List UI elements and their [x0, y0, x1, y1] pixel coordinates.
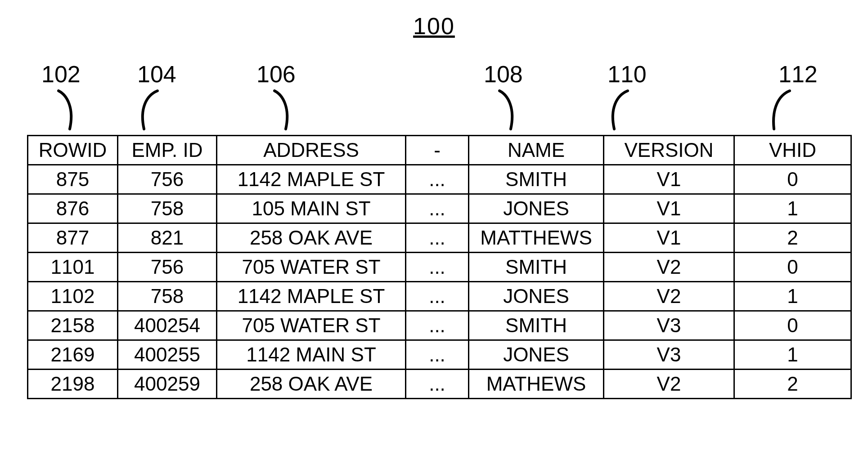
table-row: 875 756 1142 MAPLE ST ... SMITH V1 0 — [28, 165, 851, 194]
data-table-wrap: ROWID EMP. ID ADDRESS - NAME VERSION VHI… — [27, 135, 841, 399]
leader-110-icon — [589, 84, 639, 134]
table-row: 2198 400259 258 OAK AVE ... MATHEWS V2 2 — [28, 370, 851, 399]
cell-version: V1 — [604, 194, 734, 223]
cell-rowid: 2158 — [28, 311, 118, 340]
cell-dash: ... — [406, 253, 469, 282]
cell-address: 1142 MAPLE ST — [217, 282, 406, 311]
cell-name: SMITH — [469, 253, 604, 282]
cell-name: JONES — [469, 340, 604, 370]
cell-vhid: 1 — [734, 282, 851, 311]
cell-dash: ... — [406, 370, 469, 399]
col-rowid-header: ROWID — [28, 136, 118, 165]
cell-rowid: 877 — [28, 223, 118, 253]
leader-106-icon — [259, 84, 308, 134]
cell-address: 1142 MAIN ST — [217, 340, 406, 370]
cell-vhid: 2 — [734, 370, 851, 399]
cell-rowid: 875 — [28, 165, 118, 194]
cell-rowid: 1101 — [28, 253, 118, 282]
cell-vhid: 2 — [734, 223, 851, 253]
ref-112-label: 112 — [778, 61, 818, 88]
cell-dash: ... — [406, 194, 469, 223]
cell-dash: ... — [406, 165, 469, 194]
cell-rowid: 2198 — [28, 370, 118, 399]
cell-vhid: 1 — [734, 340, 851, 370]
col-address-header: ADDRESS — [217, 136, 406, 165]
cell-version: V3 — [604, 311, 734, 340]
figure-title: 100 — [0, 13, 868, 40]
cell-version: V2 — [604, 370, 734, 399]
cell-vhid: 1 — [734, 194, 851, 223]
table-row: 2169 400255 1142 MAIN ST ... JONES V3 1 — [28, 340, 851, 370]
col-version-header: VERSION — [604, 136, 734, 165]
cell-empid: 821 — [118, 223, 217, 253]
cell-address: 105 MAIN ST — [217, 194, 406, 223]
col-name-header: NAME — [469, 136, 604, 165]
cell-name: SMITH — [469, 165, 604, 194]
cell-empid: 756 — [118, 165, 217, 194]
leader-108-icon — [484, 84, 533, 134]
cell-rowid: 1102 — [28, 282, 118, 311]
cell-version: V1 — [604, 165, 734, 194]
cell-version: V2 — [604, 282, 734, 311]
cell-empid: 758 — [118, 194, 217, 223]
cell-empid: 400255 — [118, 340, 217, 370]
cell-empid: 400254 — [118, 311, 217, 340]
cell-dash: ... — [406, 311, 469, 340]
cell-vhid: 0 — [734, 253, 851, 282]
cell-dash: ... — [406, 282, 469, 311]
reference-labels-row: 102 104 106 108 110 112 — [0, 61, 868, 137]
table-row: 2158 400254 705 WATER ST ... SMITH V3 0 — [28, 311, 851, 340]
cell-dash: ... — [406, 223, 469, 253]
table-row: 877 821 258 OAK AVE ... MATTHEWS V1 2 — [28, 223, 851, 253]
cell-name: JONES — [469, 282, 604, 311]
cell-name: MATHEWS — [469, 370, 604, 399]
leader-112-icon — [747, 84, 796, 134]
col-empid-header: EMP. ID — [118, 136, 217, 165]
ref-102-label: 102 — [41, 61, 81, 88]
cell-empid: 758 — [118, 282, 217, 311]
cell-rowid: 2169 — [28, 340, 118, 370]
cell-version: V1 — [604, 223, 734, 253]
cell-dash: ... — [406, 340, 469, 370]
cell-vhid: 0 — [734, 311, 851, 340]
ref-104-label: 104 — [137, 61, 176, 88]
ref-106-label: 106 — [256, 61, 296, 88]
table-row: 876 758 105 MAIN ST ... JONES V1 1 — [28, 194, 851, 223]
cell-empid: 756 — [118, 253, 217, 282]
col-dash-header: - — [406, 136, 469, 165]
cell-address: 705 WATER ST — [217, 311, 406, 340]
cell-vhid: 0 — [734, 165, 851, 194]
cell-version: V2 — [604, 253, 734, 282]
col-vhid-header: VHID — [734, 136, 851, 165]
leader-104-icon — [119, 84, 169, 134]
ref-108-label: 108 — [484, 61, 523, 88]
ref-110-label: 110 — [607, 61, 647, 88]
cell-address: 705 WATER ST — [217, 253, 406, 282]
cell-name: JONES — [469, 194, 604, 223]
table-row: 1102 758 1142 MAPLE ST ... JONES V2 1 — [28, 282, 851, 311]
leader-102-icon — [43, 84, 92, 134]
cell-name: MATTHEWS — [469, 223, 604, 253]
cell-address: 258 OAK AVE — [217, 370, 406, 399]
cell-rowid: 876 — [28, 194, 118, 223]
cell-version: V3 — [604, 340, 734, 370]
cell-name: SMITH — [469, 311, 604, 340]
data-table: ROWID EMP. ID ADDRESS - NAME VERSION VHI… — [27, 135, 852, 399]
cell-address: 258 OAK AVE — [217, 223, 406, 253]
figure-page: 100 102 104 106 108 110 112 — [0, 0, 868, 450]
table-row: 1101 756 705 WATER ST ... SMITH V2 0 — [28, 253, 851, 282]
table-header-row: ROWID EMP. ID ADDRESS - NAME VERSION VHI… — [28, 136, 851, 165]
cell-empid: 400259 — [118, 370, 217, 399]
cell-address: 1142 MAPLE ST — [217, 165, 406, 194]
